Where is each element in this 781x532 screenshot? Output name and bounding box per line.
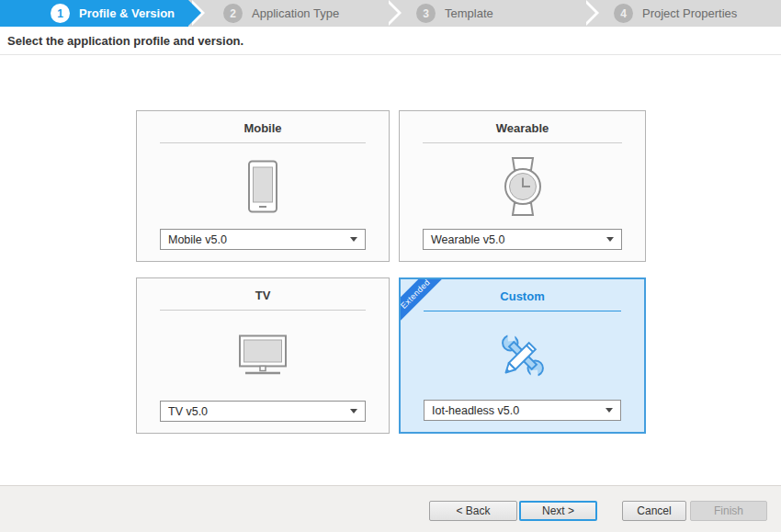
card-icon-area <box>137 311 389 401</box>
tv-icon <box>235 334 290 377</box>
card-icon-area <box>401 311 644 400</box>
card-icon-area <box>400 143 645 229</box>
wrench-pencil-icon <box>494 327 551 384</box>
step-label: Template <box>445 6 493 20</box>
step-number-badge: 1 <box>51 4 70 23</box>
dropdown-value: TV v5.0 <box>168 405 208 418</box>
mobile-version-dropdown[interactable]: Mobile v5.0 <box>160 229 366 250</box>
smartwatch-icon <box>499 157 547 216</box>
page-description-text: Select the application profile and versi… <box>7 34 243 48</box>
wizard-button-bar: < Back Next > Cancel Finish <box>0 485 781 532</box>
card-title: Mobile <box>137 121 389 135</box>
chevron-down-icon <box>606 408 613 413</box>
step-number-badge: 4 <box>614 4 633 23</box>
profile-card-grid: Mobile Mobile v5.0 Wearable <box>136 110 646 434</box>
chevron-down-icon <box>350 237 357 242</box>
wizard-page-description: Select the application profile and versi… <box>0 27 781 55</box>
cancel-button[interactable]: Cancel <box>622 501 686 521</box>
wizard-step-application-type: 2 Application Type <box>223 0 339 27</box>
smartphone-icon <box>247 160 278 213</box>
step-label: Project Properties <box>642 6 737 20</box>
wizard-step-bar: 1 Profile & Version 2 Application Type 3… <box>0 0 781 27</box>
dropdown-value: Mobile v5.0 <box>168 233 227 246</box>
tv-version-dropdown[interactable]: TV v5.0 <box>160 401 366 422</box>
back-button[interactable]: < Back <box>429 501 517 521</box>
wizard-step-profile-version: 1 Profile & Version <box>51 0 175 27</box>
step-number-badge: 3 <box>416 4 436 23</box>
profile-card-tv[interactable]: TV TV v5.0 <box>136 277 390 434</box>
wizard-step-project-properties: 4 Project Properties <box>614 0 737 27</box>
dropdown-value: Iot-headless v5.0 <box>432 404 519 417</box>
profile-card-wearable[interactable]: Wearable Wearable v5.0 <box>399 110 646 262</box>
dropdown-value: Wearable v5.0 <box>431 233 504 246</box>
profile-card-custom[interactable]: Extended Custom Iot-h <box>399 277 646 434</box>
step-separator-chevron-fill <box>385 0 398 26</box>
profile-card-mobile[interactable]: Mobile Mobile v5.0 <box>136 110 390 262</box>
step-separator-chevron-fill <box>583 0 595 26</box>
chevron-down-icon <box>350 409 357 413</box>
card-title: Custom <box>401 289 644 303</box>
step-number-badge: 2 <box>223 4 243 23</box>
custom-version-dropdown[interactable]: Iot-headless v5.0 <box>424 400 621 421</box>
card-title: TV <box>137 289 389 302</box>
chevron-down-icon <box>606 237 614 242</box>
card-icon-area <box>137 143 389 229</box>
step-label: Profile & Version <box>79 6 175 20</box>
next-button[interactable]: Next > <box>519 501 597 521</box>
wizard-step-template: 3 Template <box>416 0 493 27</box>
wearable-version-dropdown[interactable]: Wearable v5.0 <box>423 229 622 250</box>
step1-arrow <box>188 0 201 26</box>
card-title: Wearable <box>400 121 645 135</box>
step-label: Application Type <box>252 6 339 20</box>
finish-button: Finish <box>690 501 767 521</box>
